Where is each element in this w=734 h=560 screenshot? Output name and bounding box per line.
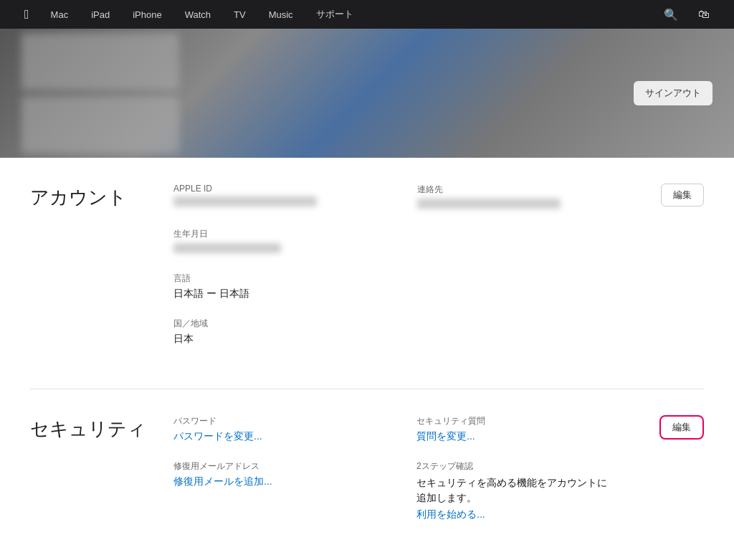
language-field: 言語 日本語 ー 日本語: [173, 272, 661, 300]
security-edit-area: 編集: [659, 415, 704, 440]
apple-logo-icon[interactable]: : [14, 7, 39, 22]
security-edit-button[interactable]: 編集: [659, 415, 704, 440]
security-section-outer: パスワード パスワードを変更... セキュリティ質問 質問を変更... 修復用メ…: [173, 415, 704, 538]
security-question-label: セキュリティ質問: [416, 415, 645, 427]
navigation:  Mac iPad iPhone Watch TV Music サポート 🔍 …: [0, 0, 734, 29]
password-field: パスワード パスワードを変更...: [173, 415, 416, 443]
language-value: 日本語 ー 日本語: [173, 288, 647, 300]
hero-avatar-area: [22, 33, 179, 153]
security-fields: パスワード パスワードを変更... セキュリティ質問 質問を変更... 修復用メ…: [173, 415, 659, 538]
account-section-outer: APPLE ID 連絡先 生年月日: [173, 184, 704, 363]
add-recovery-link[interactable]: 修復用メールを追加...: [173, 475, 272, 487]
apple-id-label: APPLE ID: [173, 184, 403, 194]
account-fields: APPLE ID 連絡先 生年月日: [173, 184, 661, 363]
account-section-body: APPLE ID 連絡先 生年月日: [173, 184, 661, 363]
nav-item-ipad[interactable]: iPad: [80, 9, 121, 20]
two-step-label: 2ステップ確認: [416, 460, 645, 473]
country-label: 国／地域: [173, 318, 647, 330]
hero-banner: サインアウト: [0, 29, 734, 158]
contact-field: 連絡先: [417, 184, 661, 211]
security-question-field: セキュリティ質問 質問を変更...: [416, 415, 659, 443]
change-password-link[interactable]: パスワードを変更...: [173, 430, 262, 442]
contact-label: 連絡先: [417, 184, 647, 196]
nav-item-support[interactable]: サポート: [305, 8, 365, 21]
nav-item-watch[interactable]: Watch: [173, 9, 222, 20]
search-icon[interactable]: 🔍: [654, 8, 688, 22]
account-edit-button[interactable]: 編集: [661, 184, 704, 207]
hero-blurred-info: [22, 33, 179, 90]
birthday-label: 生年月日: [173, 228, 647, 240]
two-step-desc: セキュリティを高める機能をアカウントに追加します。: [416, 475, 645, 506]
get-started-link[interactable]: 利用を始める...: [416, 508, 645, 521]
recovery-email-field: 修復用メールアドレス 修復用メールを追加...: [173, 460, 416, 521]
country-field: 国／地域 日本: [173, 318, 661, 346]
recovery-email-label: 修復用メールアドレス: [173, 460, 402, 473]
change-question-link[interactable]: 質問を変更...: [416, 430, 475, 442]
security-section-title: セキュリティ: [30, 415, 173, 538]
account-section-title: アカウント: [30, 184, 173, 363]
country-value: 日本: [173, 333, 647, 346]
apple-id-value: [173, 196, 403, 209]
account-edit-area: 編集: [661, 184, 704, 207]
nav-item-iphone[interactable]: iPhone: [121, 9, 173, 20]
birthday-value: [173, 243, 647, 255]
signout-button[interactable]: サインアウト: [634, 81, 712, 105]
hero-blurred-info-2: [22, 96, 179, 153]
password-label: パスワード: [173, 415, 402, 427]
nav-item-tv[interactable]: TV: [222, 9, 257, 20]
bag-icon[interactable]: 🛍: [688, 8, 720, 21]
birthday-field: 生年月日: [173, 228, 661, 255]
nav-item-music[interactable]: Music: [257, 9, 305, 20]
language-label: 言語: [173, 272, 647, 285]
two-step-field: 2ステップ確認 セキュリティを高める機能をアカウントに追加します。 利用を始める…: [416, 460, 659, 521]
security-section: セキュリティ パスワード パスワードを変更... セキュリティ質問 質問を変更.…: [30, 389, 704, 560]
main-content: アカウント APPLE ID 連絡先: [9, 158, 725, 560]
security-section-body: パスワード パスワードを変更... セキュリティ質問 質問を変更... 修復用メ…: [173, 415, 659, 538]
apple-id-field: APPLE ID: [173, 184, 417, 211]
contact-value: [417, 199, 647, 211]
account-section: アカウント APPLE ID 連絡先: [30, 158, 704, 389]
nav-item-mac[interactable]: Mac: [39, 9, 80, 20]
